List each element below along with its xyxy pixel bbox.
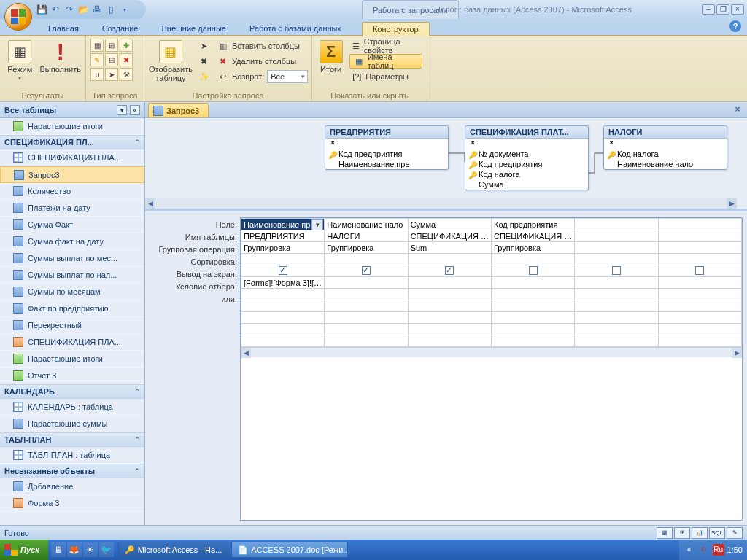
property-sheet-button[interactable]: ☰Страница свойств	[349, 39, 422, 53]
qbe-cell[interactable]: Группировка	[241, 242, 325, 254]
office-button[interactable]	[4, 3, 32, 31]
qbe-show-cell[interactable]	[325, 265, 408, 277]
builder-button[interactable]: ✨	[197, 69, 212, 84]
clock[interactable]: 1:50	[727, 545, 743, 554]
ql-icon[interactable]: 🖥	[51, 542, 66, 557]
rel-hscroll[interactable]: ◀ ▶	[145, 198, 737, 209]
qbe-cell[interactable]	[491, 254, 574, 265]
table-box[interactable]: ПРЕДПРИЯТИЯ*🔑Код предприятияНаименование…	[325, 125, 449, 170]
qbe-cell[interactable]: Наименование пр	[241, 219, 325, 230]
nav-item[interactable]: Сумма факт на дату	[0, 233, 144, 250]
nav-group-header[interactable]: Несвязанные объекты⌃	[0, 464, 144, 478]
tab-dbtools[interactable]: Работа с базами данных	[239, 22, 352, 35]
table-field[interactable]: 🔑Код налога	[465, 169, 588, 179]
nav-item[interactable]: Количество	[0, 183, 144, 200]
print-icon[interactable]: 🖶	[90, 3, 104, 16]
tab-external[interactable]: Внешние данные	[152, 22, 236, 35]
qbe-cell[interactable]: СПЕЦИФИКАЦИЯ ПЛА	[491, 230, 574, 242]
qbe-cell[interactable]: Sum	[408, 242, 491, 254]
qbe-cell[interactable]: Сумма	[408, 219, 491, 230]
qbe-cell[interactable]	[325, 289, 408, 300]
qbe-cell[interactable]	[658, 219, 741, 230]
qbe-cell[interactable]	[658, 312, 741, 324]
qbe-cell[interactable]	[658, 289, 741, 300]
qbe-cell[interactable]	[658, 242, 741, 254]
qbe-cell[interactable]	[408, 289, 491, 300]
nav-item[interactable]: Сумма Факт	[0, 217, 144, 233]
nav-item[interactable]: Нарастающие суммы	[0, 416, 144, 432]
nav-item[interactable]: Отчет 3	[0, 368, 144, 384]
help-icon[interactable]: ?	[729, 20, 741, 32]
nav-item[interactable]: Платежи на дату	[0, 200, 144, 217]
table-field[interactable]: Сумма	[465, 179, 588, 190]
doc-tab-query3[interactable]: Запрос3	[148, 103, 209, 117]
scroll-left-icon[interactable]: ◀	[241, 348, 251, 358]
tray-icon[interactable]: «	[684, 544, 695, 556]
close-button[interactable]: ×	[731, 4, 744, 15]
task-access[interactable]: 🔑 Microsoft Access - На...	[118, 542, 229, 558]
nav-group-header[interactable]: СПЕЦИФИКАЦИЯ ПЛ...⌃	[0, 135, 144, 149]
insert-rows-button[interactable]: ➤	[197, 39, 212, 53]
qbe-cell[interactable]	[658, 335, 741, 347]
table-field[interactable]: *	[604, 139, 727, 149]
qbe-show-cell[interactable]	[575, 265, 658, 277]
scroll-left-icon[interactable]: ◀	[145, 198, 155, 209]
qbe-cell[interactable]	[241, 312, 325, 324]
qbe-table[interactable]: Наименование прНаименование налоСуммаКод…	[240, 217, 743, 521]
nav-group-header[interactable]: ТАБЛ-ПЛАН⌃	[0, 432, 144, 447]
relationship-pane[interactable]: ПРЕДПРИЯТИЯ*🔑Код предприятияНаименование…	[145, 118, 747, 211]
language-indicator[interactable]: Ru	[713, 544, 724, 556]
design-view-button[interactable]: ✎	[727, 527, 743, 539]
table-field[interactable]: *	[325, 139, 448, 149]
qbe-cell[interactable]	[325, 312, 408, 324]
qbe-cell[interactable]	[575, 277, 658, 289]
redo-icon[interactable]: ↷	[63, 3, 76, 16]
qbe-cell[interactable]: Группировка	[491, 242, 574, 254]
qbe-cell[interactable]	[491, 277, 574, 289]
qbe-cell[interactable]: Код предприятия	[491, 219, 574, 230]
doc-close-button[interactable]: ×	[732, 104, 743, 114]
qbe-cell[interactable]: [Forms]![Форма 3]![Сп	[241, 277, 325, 289]
nav-item[interactable]: Суммы по месяцам	[0, 284, 144, 300]
nav-item[interactable]: ТАБЛ-ПЛАН : таблица	[0, 447, 144, 464]
qbe-cell[interactable]: Наименование нало	[325, 219, 408, 230]
qbe-cell[interactable]	[241, 335, 325, 347]
qbe-cell[interactable]	[491, 335, 574, 347]
totals-button[interactable]: Σ Итоги	[317, 39, 345, 87]
insert-columns-button[interactable]: ▥Вставить столбцы	[216, 39, 309, 53]
nav-item[interactable]: КАЛЕНДАРЬ : таблица	[0, 399, 144, 416]
nav-item[interactable]: Суммы выплат по мес...	[0, 250, 144, 267]
append-query-icon[interactable]: ✚	[120, 39, 133, 52]
qbe-cell[interactable]	[491, 289, 574, 300]
nav-dropdown-icon[interactable]: ▾	[117, 105, 127, 115]
qbe-cell[interactable]	[575, 219, 658, 230]
table-field[interactable]: Наименование нало	[604, 159, 727, 169]
qbe-cell[interactable]	[241, 324, 325, 335]
table-title[interactable]: ПРЕДПРИЯТИЯ	[325, 126, 448, 139]
datasheet-view-button[interactable]: ▦	[657, 527, 673, 539]
qbe-cell[interactable]	[408, 324, 491, 335]
minimize-button[interactable]: –	[702, 4, 715, 15]
qbe-cell[interactable]: НАЛОГИ	[325, 230, 408, 242]
run-button[interactable]: ! Выполнить	[40, 39, 81, 87]
new-icon[interactable]: ▯	[104, 3, 117, 16]
table-title[interactable]: СПЕЦИФИКАЦИЯ ПЛАТ...	[465, 126, 588, 139]
scroll-right-icon[interactable]: ▶	[727, 198, 737, 209]
pivot-view-button[interactable]: ⊞	[674, 527, 690, 539]
qbe-hscroll[interactable]: ◀ ▶	[241, 347, 742, 357]
qbe-cell[interactable]	[408, 300, 491, 312]
ql-icon[interactable]: 🐦	[99, 542, 114, 557]
nav-item[interactable]: Запрос3	[0, 166, 144, 183]
ql-icon[interactable]: ☀	[83, 542, 98, 557]
qbe-show-cell[interactable]	[241, 265, 325, 277]
tab-design[interactable]: Конструктор	[362, 22, 430, 36]
task-word[interactable]: 📄 ACCESS 2007.doc [Режи...	[231, 542, 348, 558]
qbe-cell[interactable]	[575, 242, 658, 254]
table-field[interactable]: 🔑№ документа	[465, 149, 588, 159]
qbe-cell[interactable]: Группировка	[325, 242, 408, 254]
start-button[interactable]: Пуск	[0, 540, 48, 560]
qbe-cell[interactable]	[241, 254, 325, 265]
restore-button[interactable]: ❐	[716, 4, 729, 15]
nav-item[interactable]: Форма 3	[0, 495, 144, 512]
ql-icon[interactable]: 🦊	[67, 542, 82, 557]
